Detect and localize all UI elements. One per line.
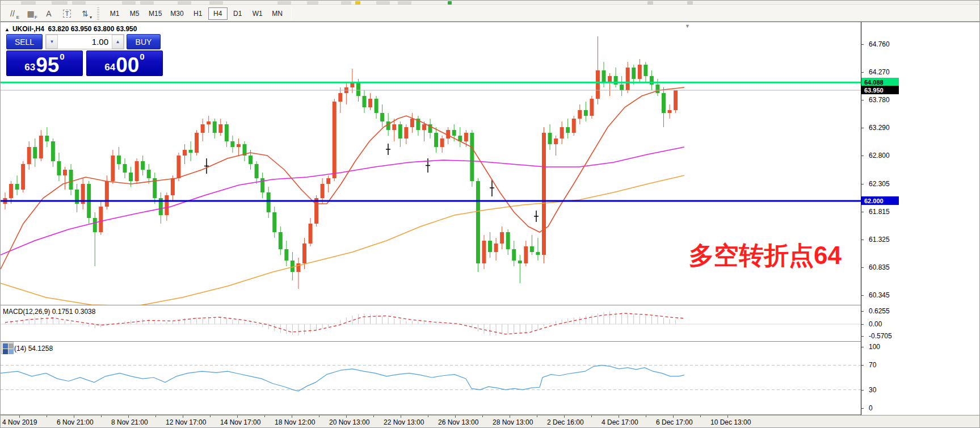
axis-tick bbox=[861, 324, 864, 325]
rsi-axis-label: 0 bbox=[869, 404, 873, 412]
macd-axis-label: 0.6255 bbox=[869, 307, 890, 315]
clipped-icon-fragment bbox=[140, 1, 154, 5]
axis-tick bbox=[861, 295, 864, 296]
axis-tick bbox=[861, 347, 864, 347]
date-axis-label: 6 Dec 17:00 bbox=[656, 418, 693, 426]
price-axis-label: 61.325 bbox=[869, 236, 890, 244]
clipped-icon-fragment bbox=[277, 1, 291, 5]
clipped-icon-fragment bbox=[122, 1, 136, 5]
date-axis-tick bbox=[74, 416, 74, 418]
date-axis-label: 8 Nov 21:00 bbox=[111, 418, 148, 426]
mt4-chart-window: //E▦FAT⇅▾ M1M5M15M30H1H4D1W1MN ▲UKOil-,H… bbox=[0, 0, 980, 428]
date-axis-label: 14 Nov 17:00 bbox=[220, 418, 260, 426]
timeframe-button-h1[interactable]: H1 bbox=[188, 7, 208, 20]
icon-square bbox=[3, 349, 8, 354]
price-axis-label: 64.760 bbox=[869, 40, 890, 48]
clipped-icon-fragment bbox=[687, 1, 693, 5]
pane-separator-highlight bbox=[1, 342, 861, 342]
timeframe-button-w1[interactable]: W1 bbox=[248, 7, 267, 20]
icon-square bbox=[9, 349, 14, 354]
pane-separator-highlight bbox=[1, 305, 861, 306]
axis-tick bbox=[861, 240, 864, 240]
date-axis-minor-tick bbox=[101, 416, 102, 417]
date-axis-minor-tick bbox=[210, 416, 211, 417]
date-axis-minor-tick bbox=[700, 416, 701, 417]
macd-indicator-label: MACD(12,26,9) 0.1751 0.3038 bbox=[3, 308, 95, 316]
date-axis-label: 18 Nov 12:00 bbox=[275, 418, 315, 426]
price-axis-label: 62.305 bbox=[869, 180, 890, 188]
rsi-axis-label: 100 bbox=[869, 343, 880, 351]
price-axis-label: 64.270 bbox=[869, 68, 890, 76]
date-axis-tick bbox=[19, 416, 20, 418]
window-restore-icon[interactable] bbox=[1, 342, 14, 354]
date-axis-minor-tick bbox=[482, 416, 483, 417]
toolbar-grip bbox=[97, 7, 99, 20]
date-axis-tick bbox=[346, 416, 347, 418]
timeframe-group: M1M5M15M30H1H4D1W1MN bbox=[102, 6, 288, 21]
date-axis-tick bbox=[673, 416, 674, 418]
axis-tick bbox=[861, 267, 864, 268]
date-axis-minor-tick bbox=[47, 416, 47, 417]
text-label-icon[interactable]: A bbox=[40, 7, 57, 20]
price-tag-64.088: 64.088 bbox=[861, 78, 899, 86]
clipped-icon-fragment bbox=[21, 1, 36, 5]
date-axis-minor-tick bbox=[373, 416, 374, 417]
price-axis-label: 63.780 bbox=[869, 96, 890, 104]
clipped-icon-fragment bbox=[178, 1, 191, 5]
date-axis[interactable]: 4 Nov 20196 Nov 21:008 Nov 21:0012 Nov 1… bbox=[1, 415, 980, 428]
rsi-pane-canvas[interactable] bbox=[1, 342, 861, 414]
rsi-axis-label: 30 bbox=[869, 386, 876, 394]
clipped-icon-fragment bbox=[341, 1, 351, 5]
date-axis-label: 12 Nov 17:00 bbox=[166, 418, 206, 426]
price-tag-63.950: 63.950 bbox=[861, 86, 899, 94]
axis-tick bbox=[861, 72, 864, 73]
date-axis-tick bbox=[292, 416, 292, 418]
clipped-icon-fragment bbox=[355, 1, 360, 5]
price-axis-label: 60.345 bbox=[869, 291, 890, 299]
axis-tick bbox=[861, 365, 864, 366]
axis-tick bbox=[861, 44, 864, 45]
axis-tick bbox=[861, 212, 864, 212]
date-axis-minor-tick bbox=[646, 416, 646, 417]
axis-tick bbox=[861, 156, 864, 156]
grid-f-icon[interactable]: ▦F bbox=[22, 7, 39, 20]
timeframe-button-m5[interactable]: M5 bbox=[125, 7, 144, 20]
date-axis-label: 6 Nov 21:00 bbox=[57, 418, 94, 426]
macd-pane-canvas[interactable] bbox=[1, 306, 861, 341]
timeframe-button-m15[interactable]: M15 bbox=[145, 7, 166, 20]
date-axis-tick bbox=[237, 416, 238, 418]
price-axis-label: 63.290 bbox=[869, 124, 890, 132]
date-axis-minor-tick bbox=[155, 416, 156, 417]
date-axis-tick bbox=[401, 416, 401, 418]
axis-tick bbox=[861, 311, 864, 312]
icon-square bbox=[3, 343, 8, 349]
date-axis-label: 4 Dec 17:00 bbox=[602, 418, 638, 426]
date-axis-label: 28 Nov 13:00 bbox=[493, 418, 533, 426]
axis-tick bbox=[861, 336, 864, 337]
clipped-icon-fragment bbox=[72, 1, 86, 5]
timeframe-button-d1[interactable]: D1 bbox=[228, 7, 247, 20]
timeframe-button-mn[interactable]: MN bbox=[268, 7, 287, 20]
price-tag-62.000: 62.000 bbox=[861, 196, 899, 205]
timeframe-button-m30[interactable]: M30 bbox=[166, 7, 187, 20]
clipped-icon-fragment bbox=[376, 1, 390, 5]
timeframe-button-m1[interactable]: M1 bbox=[105, 7, 124, 20]
price-axis-label: 60.835 bbox=[869, 263, 890, 271]
draw-lines-e-icon[interactable]: //E bbox=[4, 7, 21, 20]
axis-tick bbox=[861, 390, 864, 391]
date-axis-minor-tick bbox=[537, 416, 537, 417]
timeframe-button-h4[interactable]: H4 bbox=[208, 7, 228, 20]
scroll-to-end-icon[interactable]: ▼ bbox=[685, 23, 690, 29]
date-axis-minor-tick bbox=[264, 416, 265, 417]
date-axis-label: 22 Nov 13:00 bbox=[384, 418, 424, 426]
clipped-icon-fragment bbox=[398, 1, 411, 5]
price-axis-label: 62.800 bbox=[869, 152, 890, 160]
date-axis-minor-tick bbox=[591, 416, 592, 417]
date-axis-tick bbox=[564, 416, 565, 418]
date-axis-label: 10 Dec 13:00 bbox=[710, 418, 751, 426]
main-toolbar: //E▦FAT⇅▾ M1M5M15M30H1H4D1W1MN bbox=[1, 6, 980, 22]
clipped-icon-fragment bbox=[448, 1, 452, 5]
drawing-tools-group: //E▦FAT⇅▾ bbox=[1, 6, 95, 21]
text-box-icon[interactable]: T bbox=[58, 7, 75, 20]
cycles-dropdown-icon[interactable]: ⇅▾ bbox=[77, 7, 94, 20]
